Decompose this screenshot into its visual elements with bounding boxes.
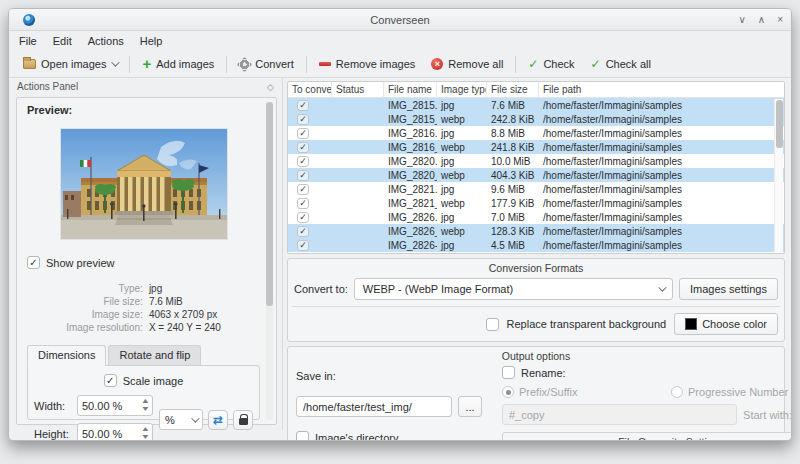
minimize-button[interactable]: ∨ (739, 15, 746, 25)
check-all-button[interactable]: ✓ Check all (583, 55, 659, 73)
prefix-suffix-radio[interactable] (502, 386, 514, 398)
info-resolution-label: Image resolution: (66, 322, 143, 333)
menu-file[interactable]: File (19, 35, 37, 47)
col-image-type[interactable]: Image type (437, 82, 487, 98)
add-images-label: Add images (156, 58, 214, 70)
info-type-value: jpg (149, 283, 221, 294)
menubar: File Edit Actions Help (9, 31, 791, 51)
browse-button[interactable]: ... (458, 396, 482, 417)
col-file-name[interactable]: File name (384, 82, 437, 98)
remove-images-label: Remove images (336, 58, 415, 70)
remove-all-icon: × (431, 58, 443, 70)
images-directory-checkbox[interactable]: ✓ (296, 431, 309, 441)
info-imagesize-value: 4063 x 2709 px (149, 309, 221, 320)
row-to-convert-checkbox[interactable]: ✓ (297, 240, 309, 251)
start-with-label: Start with: (743, 409, 792, 421)
spinner-arrows-icon[interactable]: ▲▼ (142, 425, 149, 441)
table-row[interactable]: ✓ IMG_2815.jpg jpg 7.6 MiB /home/faster/… (288, 98, 784, 112)
row-to-convert-checkbox[interactable]: ✓ (297, 226, 309, 237)
table-row[interactable]: ✓ IMG_2826-M... jpg 4.5 MiB /home/faster… (288, 238, 784, 252)
width-spinner[interactable]: 50.00 % ▲▼ (77, 395, 153, 416)
col-status[interactable]: Status (332, 82, 384, 98)
remove-all-label: Remove all (448, 58, 503, 70)
table-row[interactable]: ✓ IMG_2815_co... webp 242.8 KiB /home/fa… (288, 112, 784, 126)
table-row[interactable]: ✓ IMG_2821.jpg jpg 9.6 MiB /home/faster/… (288, 182, 784, 196)
chevron-down-icon (658, 283, 666, 291)
col-to-convert[interactable]: To convert (288, 82, 332, 98)
images-settings-button[interactable]: Images settings (679, 278, 778, 300)
row-to-convert-checkbox[interactable]: ✓ (297, 198, 309, 209)
row-to-convert-checkbox[interactable]: ✓ (297, 128, 309, 139)
tab-dimensions[interactable]: Dimensions (27, 345, 106, 365)
progressive-number-radio[interactable] (671, 386, 683, 398)
row-to-convert-checkbox[interactable]: ✓ (297, 212, 309, 223)
width-label: Width: (34, 400, 72, 412)
lock-ratio-button[interactable] (233, 410, 253, 430)
folder-open-icon (23, 59, 36, 69)
rename-pattern-input[interactable] (502, 404, 737, 425)
row-to-convert-checkbox[interactable]: ✓ (297, 142, 309, 153)
width-value: 50.00 % (82, 400, 122, 412)
window-title: Converseen (9, 14, 791, 26)
minus-icon (319, 62, 331, 66)
row-to-convert-checkbox[interactable]: ✓ (297, 170, 309, 181)
add-images-button[interactable]: + Add images (134, 55, 222, 73)
menu-help[interactable]: Help (140, 35, 163, 47)
menu-edit[interactable]: Edit (53, 35, 72, 47)
remove-all-button[interactable]: × Remove all (423, 55, 511, 73)
rename-checkbox[interactable]: ✓ (502, 366, 515, 379)
check-icon: ✓ (591, 58, 601, 70)
maximize-button[interactable]: ∧ (758, 15, 765, 25)
chevron-down-icon (112, 58, 120, 66)
check-button[interactable]: ✓ Check (520, 55, 582, 73)
choose-color-button[interactable]: Choose color (674, 313, 778, 335)
height-label: Height: (34, 428, 72, 440)
unit-select[interactable]: % (159, 409, 203, 430)
dimensions-pane: ✓ Scale image Width: 50.00 % ▲▼ (27, 365, 260, 420)
table-row[interactable]: ✓ IMG_2816_co... webp 241.8 KiB /home/fa… (288, 140, 784, 154)
col-file-size[interactable]: File size (487, 82, 539, 98)
reset-dimensions-button[interactable]: ⇄ (208, 410, 228, 430)
add-icon: + (142, 59, 151, 69)
table-row[interactable]: ✓ IMG_2826.jpg jpg 7.0 MiB /home/faster/… (288, 210, 784, 224)
save-path-input[interactable] (296, 396, 452, 417)
row-to-convert-checkbox[interactable]: ✓ (297, 100, 309, 111)
show-preview-checkbox[interactable]: ✓ (27, 256, 40, 269)
convert-to-label: Convert to: (294, 283, 348, 295)
table-row[interactable]: ✓ IMG_2821_co... webp 177.9 KiB /home/fa… (288, 196, 784, 210)
table-scrollbar[interactable] (774, 99, 783, 252)
table-row[interactable]: ✓ IMG_2826_co... webp 128.3 KiB /home/fa… (288, 224, 784, 238)
row-to-convert-checkbox[interactable]: ✓ (297, 114, 309, 125)
tab-rotate-and-flip[interactable]: Rotate and flip (108, 345, 201, 365)
images-directory-label: Image's directory (315, 432, 398, 442)
row-to-convert-checkbox[interactable]: ✓ (297, 156, 309, 167)
remove-images-button[interactable]: Remove images (311, 55, 423, 73)
format-select[interactable]: WEBP - (WebP Image Format) (354, 278, 673, 300)
open-images-button[interactable]: Open images (15, 55, 125, 73)
show-preview-label: Show preview (46, 257, 114, 269)
replace-transparent-background-checkbox[interactable]: ✓ (486, 318, 499, 331)
height-spinner[interactable]: 50.00 % ▲▼ (77, 423, 153, 441)
toolbar-separator (226, 56, 227, 73)
toolbar-separator (306, 56, 307, 73)
table-row[interactable]: ✓ IMG_2820.jpg jpg 10.0 MiB /home/faster… (288, 154, 784, 168)
toolbar-separator (129, 56, 130, 73)
col-file-path[interactable]: File path (539, 82, 784, 98)
output-options-title: Output options (294, 350, 778, 362)
color-swatch (685, 318, 697, 330)
lock-icon (239, 418, 248, 425)
convert-label: Convert (255, 58, 294, 70)
converseen-window: Converseen ∨ ∧ × File Edit Actions Help … (8, 8, 792, 441)
table-row[interactable]: ✓ IMG_2820_co... webp 404.3 KiB /home/fa… (288, 168, 784, 182)
spinner-arrows-icon[interactable]: ▲▼ (142, 397, 149, 413)
float-panel-icon[interactable]: ◇ (267, 82, 274, 92)
titlebar: Converseen ∨ ∧ × (9, 9, 791, 31)
scale-image-checkbox[interactable]: ✓ (104, 374, 117, 387)
menu-actions[interactable]: Actions (88, 35, 124, 47)
conversion-formats-title: Conversion Formats (294, 262, 778, 274)
row-to-convert-checkbox[interactable]: ✓ (297, 184, 309, 195)
panel-scrollbar[interactable] (266, 102, 273, 420)
convert-button[interactable]: Convert (231, 55, 302, 73)
close-button[interactable]: × (777, 15, 783, 25)
table-row[interactable]: ✓ IMG_2816.jpg jpg 8.8 MiB /home/faster/… (288, 126, 784, 140)
